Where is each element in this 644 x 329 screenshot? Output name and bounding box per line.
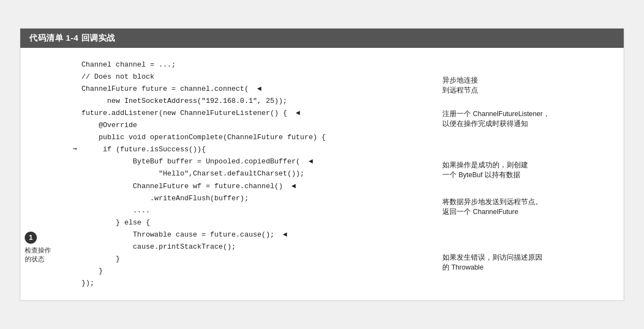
code-line-6: @Override <box>64 121 137 129</box>
code-line-15: Throwable cause = future.cause(); ◄ <box>64 231 287 239</box>
code-line-11: ChannelFuture wf = future.channel() ◄ <box>64 182 296 190</box>
code-line-19: }); <box>64 279 95 287</box>
code-line-9: ByteBuf buffer = Unpooled.copiedBuffer( … <box>64 157 313 166</box>
code-pre: Channel channel = ...; // Does not block… <box>64 59 437 290</box>
annotation-1: 异步地连接到远程节点 <box>442 75 478 96</box>
content-area: 1 检查操作的状态 Channel channel = ...; // Does… <box>20 48 624 301</box>
code-line-18: } <box>64 267 103 275</box>
annotation-5: 如果发生错误，则访问描述原因的 Throwable <box>442 253 542 273</box>
code-line-1: Channel channel = ...; <box>64 61 176 69</box>
code-line-16: cause.printStackTrace(); <box>64 243 236 251</box>
annotation-3: 如果操作是成功的，则创建一个 ByteBuf 以持有数据 <box>442 160 528 181</box>
code-line-2: // Does not block <box>64 73 154 81</box>
code-line-12: .writeAndFlush(buffer); <box>64 194 248 202</box>
code-line-7: public void operationComplete(ChannelFut… <box>64 133 326 141</box>
code-line-4: new InetSocketAddress("192.168.0.1", 25)… <box>64 97 287 105</box>
code-line-8: ➞ if (future.isSuccess()){ <box>64 145 206 153</box>
left-annotation-area: 1 检查操作的状态 <box>20 57 64 292</box>
code-line-17: } <box>64 255 120 263</box>
annotation-2: 注册一个 ChannelFutureListener，以便在操作完成时获得通知 <box>442 109 550 130</box>
code-line-5: future.addListener(new ChannelFutureList… <box>64 109 300 117</box>
annotation-4: 将数据异步地发送到远程节点。返回一个 ChannelFuture <box>442 197 542 218</box>
left-label-text: 检查操作的状态 <box>25 246 51 265</box>
code-line-3: ChannelFuture future = channel.connect( … <box>64 85 262 93</box>
annotations-area: 异步地连接到远程节点 注册一个 ChannelFutureListener，以便… <box>437 57 624 292</box>
badge-1: 1 <box>25 232 37 244</box>
code-line-13: .... <box>64 206 150 215</box>
code-line-10: "Hello",Charset.defaultCharset()); <box>64 169 304 178</box>
main-container: 代码清单 1-4 回调实战 1 检查操作的状态 Channel channel … <box>20 28 624 301</box>
code-listing-header: 代码清单 1-4 回调实战 <box>20 29 624 48</box>
header-title: 代码清单 1-4 回调实战 <box>29 33 115 42</box>
code-block: Channel channel = ...; // Does not block… <box>64 57 437 292</box>
code-line-14: } else { <box>64 218 150 227</box>
